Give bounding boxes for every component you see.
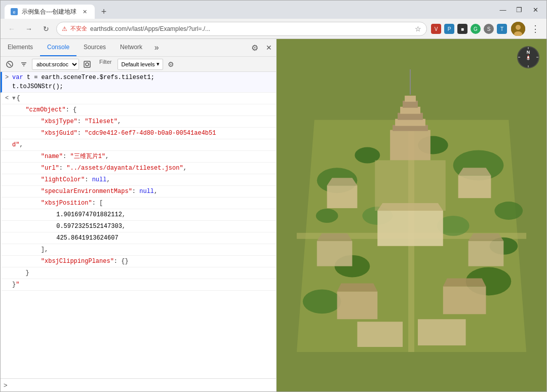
extension-icons: V P ■ G S T (430, 23, 508, 35)
svg-rect-65 (418, 319, 466, 345)
svg-text:G: G (474, 26, 478, 32)
tab-console[interactable]: Console (40, 39, 76, 56)
name-text: "name": "三维瓦片1", (12, 152, 109, 161)
console-input-field[interactable] (11, 382, 273, 389)
svg-rect-61 (443, 286, 486, 314)
devtools-settings-button[interactable]: ⚙ (248, 39, 262, 56)
tab-close-button[interactable]: ✕ (81, 8, 89, 16)
pos-val3-line: 425.8641913624607 (1, 232, 276, 244)
outer-close-line: }" (1, 279, 276, 291)
tab-network[interactable]: Network (113, 39, 149, 56)
ext-icon-5[interactable]: S (483, 23, 495, 35)
tab-sources[interactable]: Sources (76, 39, 113, 56)
svg-rect-42 (395, 119, 425, 126)
svg-point-34 (303, 289, 341, 313)
xbsj-guid-cont-line: d", (1, 139, 276, 151)
svg-marker-50 (327, 178, 358, 185)
context-selector[interactable]: about:srcdoc (32, 59, 79, 70)
bookmark-icon[interactable]: ☆ (415, 25, 421, 33)
pos-val1-line: 1.9016974701882112, (1, 209, 276, 221)
browser-tab-active[interactable]: e 示例集合---创建地球 ✕ (5, 5, 95, 19)
svg-rect-53 (458, 175, 491, 198)
light-color-text: "lightColor": null, (12, 175, 110, 184)
ext-icon-4[interactable]: G (470, 23, 482, 35)
output-arrow: < (5, 94, 9, 103)
svg-text:■: ■ (461, 26, 464, 32)
console-input-area: > (1, 378, 276, 391)
console-output-open: < ▼{ (1, 93, 276, 104)
devtools-tabs: Elements Console Sources Network » (1, 39, 164, 56)
input-prompt: > (4, 381, 8, 389)
compass[interactable]: N (516, 45, 540, 69)
name-line: "name": "三维瓦片1", (1, 151, 276, 163)
title-bar: e 示例集合---创建地球 ✕ + — ❐ ✕ (1, 1, 546, 19)
console-output: > var t = earth.sceneTree.$refs.tileset1… (1, 72, 276, 378)
maximize-button[interactable]: ❐ (512, 3, 526, 17)
minimize-button[interactable]: — (496, 3, 510, 17)
svg-rect-46 (405, 96, 416, 102)
inspect-element-button[interactable] (81, 58, 93, 70)
svg-point-75 (527, 56, 529, 58)
inner-close-text: } (12, 268, 29, 278)
profile-button[interactable] (511, 22, 525, 36)
clear-console-button[interactable] (4, 58, 16, 70)
outer-close-text: }" (12, 280, 19, 289)
security-icon: ⚠ (62, 25, 67, 32)
svg-point-15 (516, 25, 521, 30)
specular-line: "specularEnvironmentMaps": null, (1, 186, 276, 198)
xbsj-guid-cont-text: d", (12, 140, 23, 149)
tab-favicon: e (11, 8, 18, 15)
new-tab-button[interactable]: + (97, 5, 111, 19)
devtools-close-button[interactable]: ✕ (262, 39, 276, 56)
url-text: "url": "../assets/dayanta/tileset.json", (12, 164, 187, 173)
tab-elements[interactable]: Elements (1, 39, 40, 56)
svg-point-23 (86, 63, 89, 66)
xbsj-guid-text: "xbsjGuid": "cdc9e412-6ef7-4d80-b0a0-005… (12, 129, 216, 138)
console-command-line: > var t = earth.sceneTree.$refs.tileset1… (1, 72, 276, 93)
pos-val1-text: 1.9016974701882112, (12, 210, 126, 219)
nav-bar: ← → ↻ ⚠ 不安全 earthsdk.com/v/last/Apps/Exa… (1, 19, 546, 39)
address-text: earthsdk.com/v/last/Apps/Examples/?url=.… (90, 25, 412, 32)
svg-rect-45 (403, 101, 418, 108)
czm-object-text: "czmObject": { (12, 105, 76, 114)
ext-icon-6[interactable]: T (496, 23, 508, 35)
output-brace-open: ▼{ (12, 94, 20, 103)
console-settings-button[interactable]: ⚙ (165, 58, 177, 70)
specular-text: "specularEnvironmentMaps": null, (12, 187, 158, 196)
close-button[interactable]: ✕ (528, 3, 542, 17)
more-options-button[interactable]: ⋮ (528, 22, 542, 36)
forward-button[interactable]: → (22, 22, 36, 36)
svg-rect-63 (375, 160, 445, 211)
pos-close-text: ], (12, 245, 48, 254)
default-levels-button[interactable]: Default levels ▾ (118, 59, 163, 70)
position-line: "xbsjPosition": [ (1, 198, 276, 209)
svg-text:T: T (500, 26, 503, 32)
reload-button[interactable]: ↻ (39, 22, 53, 36)
svg-text:e: e (13, 10, 15, 15)
ext-icon-2[interactable]: P (443, 23, 455, 35)
more-tabs-button[interactable]: » (149, 39, 164, 56)
devtools-panel: Elements Console Sources Network » ⚙ ✕ (1, 39, 277, 391)
xbsj-guid-line: "xbsjGuid": "cdc9e412-6ef7-4d80-b0a0-005… (1, 128, 276, 139)
tab-area: e 示例集合---创建地球 ✕ + (5, 1, 492, 19)
devtools-topbar: Elements Console Sources Network » ⚙ ✕ (1, 39, 276, 57)
filter-button[interactable]: Filter (95, 59, 115, 70)
pos-val3-text: 425.8641913624607 (12, 233, 119, 243)
ext-icon-1[interactable]: V (430, 23, 442, 35)
url-line: "url": "../assets/dayanta/tileset.json", (1, 163, 276, 174)
svg-point-39 (316, 209, 338, 223)
back-button[interactable]: ← (5, 22, 19, 36)
svg-rect-22 (84, 61, 90, 67)
map-view: N (277, 39, 546, 391)
content-area: Elements Console Sources Network » ⚙ ✕ (1, 39, 546, 391)
ext-icon-3[interactable]: ■ (456, 23, 468, 35)
address-bar[interactable]: ⚠ 不安全 earthsdk.com/v/last/Apps/Examples/… (56, 22, 427, 36)
czm-object-line: "czmObject": { (1, 104, 276, 116)
pos-close-line: ], (1, 244, 276, 256)
svg-marker-60 (337, 283, 378, 291)
console-filter-toggle[interactable] (18, 58, 30, 70)
svg-rect-40 (390, 130, 431, 161)
svg-rect-43 (398, 113, 423, 120)
clipping-line: "xbsjClippingPlanes": {} (1, 256, 276, 267)
svg-marker-54 (458, 168, 491, 175)
